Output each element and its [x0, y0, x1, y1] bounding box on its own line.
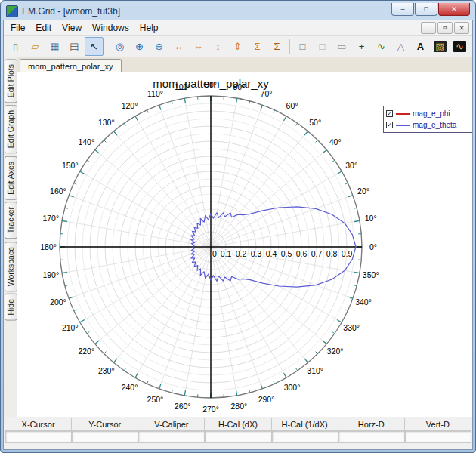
svg-text:250°: 250°: [147, 395, 164, 404]
save-icon: ▦: [50, 41, 59, 52]
menu-items: FileEditViewWindowsHelp: [5, 20, 163, 35]
status-col-h-cal-dx: H-Cal (dX): [205, 418, 271, 442]
menu-help[interactable]: Help: [134, 20, 164, 35]
window-title: EM.Grid - [wmom_tut3b]: [22, 6, 391, 17]
maximize-button[interactable]: □: [415, 3, 437, 16]
svg-text:60°: 60°: [286, 101, 298, 110]
status-header: Horz-D: [338, 418, 404, 431]
compress-x-button[interactable]: ⇔: [189, 37, 208, 56]
svg-text:310°: 310°: [307, 366, 323, 375]
svg-text:130°: 130°: [98, 118, 115, 127]
svg-text:170°: 170°: [42, 214, 59, 223]
expand-x-icon: ↔: [174, 41, 184, 52]
status-col-h-cal-1-dx: H-Cal (1/dX): [272, 418, 338, 442]
triangle-marker-button[interactable]: △: [391, 37, 410, 56]
zoom-out-button[interactable]: ⊖: [150, 37, 168, 56]
status-value[interactable]: [272, 431, 338, 442]
sidebar-item-workspace[interactable]: Workspace: [5, 242, 17, 291]
tab-mom-pattern-polar-xy[interactable]: mom_pattern_polar_xy: [20, 59, 122, 72]
legend-line-sample: [396, 125, 410, 126]
legend-checkbox-mag-e-theta[interactable]: ✓: [386, 122, 393, 128]
svg-text:340°: 340°: [355, 297, 372, 307]
status-value[interactable]: [5, 431, 71, 442]
svg-text:0.7: 0.7: [311, 249, 323, 258]
zoom-in-button[interactable]: ⊕: [130, 37, 149, 56]
status-value[interactable]: [405, 431, 471, 442]
colormap-icon: ▧: [434, 41, 447, 52]
sidebar-item-edit-axes[interactable]: Edit Axes: [5, 156, 17, 200]
close-button[interactable]: ✕: [438, 3, 470, 16]
legend-line-sample: [396, 113, 410, 115]
tracker-button[interactable]: ∿: [372, 37, 391, 56]
svg-text:270°: 270°: [202, 405, 219, 414]
svg-text:350°: 350°: [363, 270, 379, 279]
svg-text:0: 0: [212, 249, 217, 258]
spectrum-button[interactable]: ▥: [470, 37, 472, 56]
status-value[interactable]: [338, 431, 404, 442]
compress-y-button[interactable]: ⇕: [228, 37, 247, 56]
legend: ✓mag_e_phi✓mag_e_theta: [383, 106, 472, 133]
save-button[interactable]: ▦: [45, 37, 64, 56]
status-value[interactable]: [205, 431, 270, 442]
expand-y-button[interactable]: ↕: [209, 37, 227, 56]
legend-entry-mag-e-phi: ✓mag_e_phi: [386, 108, 472, 119]
select-box-alt-button[interactable]: □: [313, 37, 332, 56]
svg-text:20°: 20°: [357, 186, 369, 196]
status-value[interactable]: [138, 431, 204, 442]
svg-text:190°: 190°: [42, 270, 59, 279]
mdi-restore-button[interactable]: ⧉: [437, 22, 453, 34]
new-document-button[interactable]: ▯: [6, 37, 25, 56]
svg-text:70°: 70°: [261, 89, 273, 98]
client-area: FileEditViewWindowsHelp –⧉✕ ▯▱▦▤↖◎⊕⊖↔⇔↕⇕…: [3, 20, 473, 450]
open-file-button[interactable]: ▱: [26, 37, 45, 56]
status-wrap: X-CursorY-CursorV-CaliperH-Cal (dX)H-Cal…: [4, 417, 472, 449]
svg-text:50°: 50°: [309, 118, 321, 127]
status-header: H-Cal (1/dX): [272, 418, 338, 431]
mdi-minimize-button[interactable]: –: [421, 22, 436, 34]
crosshair-icon: +: [359, 41, 365, 52]
sidebar-item-edit-graph[interactable]: Edit Graph: [5, 105, 17, 153]
svg-text:210°: 210°: [62, 323, 79, 332]
triangle-marker-icon: △: [397, 41, 405, 52]
waveform-button[interactable]: ∿: [450, 37, 469, 56]
dash-marker-button[interactable]: ▭: [332, 37, 351, 56]
status-col-x-cursor: X-Cursor: [5, 418, 72, 442]
content-row: Edit PlotsEdit GraphEdit AxesTrackerWork…: [4, 57, 472, 417]
toolbar-separator: [289, 39, 290, 54]
svg-text:0.4: 0.4: [266, 249, 277, 258]
menu-file[interactable]: File: [5, 20, 30, 35]
crosshair-button[interactable]: +: [352, 37, 371, 56]
autoscale-y-button[interactable]: Σ: [267, 37, 286, 56]
status-header: Vert-D: [405, 418, 471, 431]
svg-text:0.8: 0.8: [326, 249, 338, 258]
pointer-select-button[interactable]: ↖: [85, 37, 104, 56]
autoscale-x-button[interactable]: Σ: [248, 37, 267, 56]
menu-edit[interactable]: Edit: [30, 20, 57, 35]
sidebar-item-edit-plots[interactable]: Edit Plots: [5, 59, 17, 103]
zoom-reset-button[interactable]: ◎: [110, 37, 129, 56]
expand-x-button[interactable]: ↔: [169, 37, 188, 56]
status-col-horz-d: Horz-D: [338, 418, 405, 442]
sidebar-item-hide[interactable]: Hide: [5, 294, 17, 321]
svg-text:330°: 330°: [343, 323, 360, 332]
legend-entry-mag-e-theta: ✓mag_e_theta: [386, 119, 472, 131]
menu-windows[interactable]: Windows: [87, 20, 134, 35]
title-bar: EM.Grid - [wmom_tut3b] –□✕: [3, 3, 473, 20]
autoscale-x-icon: Σ: [254, 41, 260, 52]
menu-view[interactable]: View: [57, 20, 87, 35]
print-button[interactable]: ▤: [65, 37, 84, 56]
colormap-button[interactable]: ▧: [431, 37, 450, 56]
svg-text:240°: 240°: [122, 383, 138, 392]
svg-text:150°: 150°: [62, 161, 79, 170]
svg-text:120°: 120°: [122, 101, 138, 110]
minimize-button[interactable]: –: [391, 3, 414, 16]
svg-text:220°: 220°: [78, 347, 94, 356]
legend-checkbox-mag-e-phi[interactable]: ✓: [386, 110, 393, 117]
status-value[interactable]: [72, 431, 138, 442]
select-box-button[interactable]: □: [293, 37, 312, 56]
caption-buttons: –□✕: [391, 3, 470, 20]
text-annotation-button[interactable]: A: [411, 37, 430, 56]
mdi-close-button[interactable]: ✕: [454, 22, 469, 34]
svg-text:90°: 90°: [205, 80, 217, 89]
sidebar-item-tracker[interactable]: Tracker: [5, 202, 17, 239]
